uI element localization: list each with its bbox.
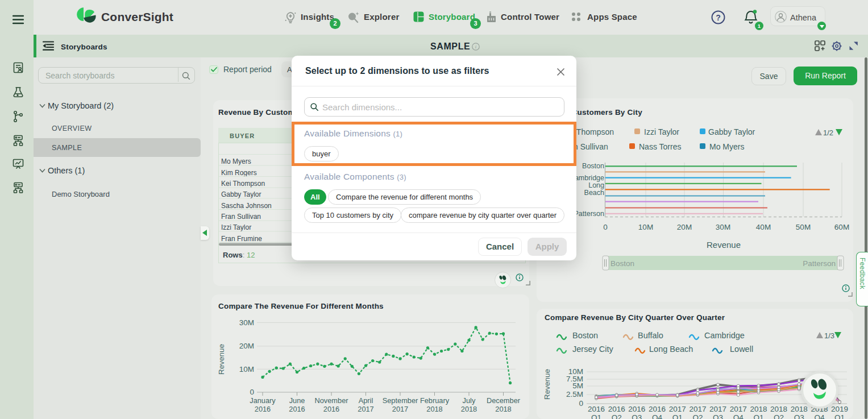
svg-text:?: ? (716, 13, 721, 22)
svg-text:Buffalo: Buffalo (638, 331, 663, 340)
svg-text:Jersey City: Jersey City (572, 345, 613, 354)
svg-text:Q1: Q1 (591, 413, 601, 419)
svg-text:1/2: 1/2 (823, 128, 833, 137)
svg-text:December: December (487, 396, 521, 405)
svg-text:Lowell: Lowell (730, 345, 753, 354)
svg-text:Long Beach: Long Beach (649, 345, 693, 354)
svg-text:February: February (420, 396, 450, 405)
svg-text:Mo Myers: Mo Myers (709, 142, 744, 151)
svg-text:Q4: Q4 (814, 413, 825, 419)
svg-text:Nass Torres: Nass Torres (639, 142, 681, 151)
svg-text:2016: 2016 (255, 405, 271, 413)
svg-text:2016: 2016 (628, 405, 645, 413)
svg-text:January: January (250, 396, 276, 405)
svg-text:10M: 10M (638, 223, 653, 231)
svg-text:2017: 2017 (669, 405, 686, 413)
svg-text:2018: 2018 (495, 405, 511, 413)
svg-text:2018: 2018 (791, 405, 808, 413)
svg-text:Izzi Taylor: Izzi Taylor (644, 127, 679, 136)
svg-text:2017: 2017 (730, 405, 747, 413)
svg-text:Q4: Q4 (733, 413, 744, 419)
svg-text:Patterson: Patterson (803, 259, 836, 268)
svg-text:2017: 2017 (392, 405, 408, 413)
svg-text:Q2: Q2 (612, 413, 622, 419)
svg-text:20M: 20M (677, 223, 692, 231)
svg-text:Gabby Taylor: Gabby Taylor (708, 127, 755, 136)
svg-text:Q1: Q1 (834, 413, 845, 419)
svg-text:November: November (314, 396, 348, 405)
svg-text:2017: 2017 (709, 405, 726, 413)
svg-text:Long: Long (588, 181, 604, 189)
svg-text:30M: 30M (239, 318, 254, 327)
svg-text:20M: 20M (239, 342, 254, 350)
svg-text:Q1: Q1 (753, 413, 763, 419)
svg-text:September: September (383, 396, 418, 405)
svg-text:2016: 2016 (608, 405, 625, 413)
svg-text:July: July (463, 396, 476, 405)
svg-text:Q2: Q2 (692, 413, 703, 419)
svg-text:2018: 2018 (770, 405, 787, 413)
svg-text:0: 0 (579, 399, 583, 408)
svg-text:Boston: Boston (582, 162, 604, 170)
svg-text:Q3: Q3 (632, 413, 642, 419)
svg-text:40M: 40M (756, 223, 771, 231)
svg-text:Beach: Beach (584, 189, 604, 197)
svg-text:2018: 2018 (461, 405, 477, 413)
svg-text:Q3: Q3 (713, 413, 723, 419)
svg-text:10M: 10M (239, 365, 254, 374)
svg-text:5M: 5M (572, 381, 583, 390)
svg-text:2016: 2016 (588, 405, 605, 413)
svg-text:30M: 30M (716, 223, 730, 231)
svg-text:2016: 2016 (289, 405, 305, 413)
svg-text:Q4: Q4 (652, 413, 663, 419)
svg-text:2018: 2018 (750, 405, 767, 413)
svg-text:Q3: Q3 (794, 413, 804, 419)
svg-text:i: i (475, 44, 477, 49)
svg-text:2016: 2016 (649, 405, 666, 413)
svg-text:Boston: Boston (610, 259, 634, 268)
svg-text:2016: 2016 (323, 405, 339, 413)
svg-text:Revenue: Revenue (543, 369, 551, 400)
svg-text:2019: 2019 (831, 405, 848, 413)
svg-text:Cambridge: Cambridge (704, 331, 745, 340)
svg-text:Q2: Q2 (774, 413, 784, 419)
svg-text:Boston: Boston (572, 331, 598, 340)
svg-text:June: June (289, 396, 305, 405)
svg-text:April: April (359, 396, 373, 405)
svg-text:0: 0 (603, 223, 608, 231)
svg-text:2017: 2017 (689, 405, 706, 413)
svg-text:60M: 60M (834, 223, 849, 231)
svg-text:2.5M: 2.5M (566, 390, 583, 399)
svg-text:50M: 50M (796, 223, 811, 231)
svg-text:Q1: Q1 (672, 413, 683, 419)
svg-text:0: 0 (250, 388, 254, 396)
svg-text:2017: 2017 (358, 405, 373, 413)
svg-text:Revenue: Revenue (707, 240, 741, 250)
svg-text:Revenue: Revenue (217, 344, 226, 375)
svg-text:1/3: 1/3 (824, 331, 834, 340)
svg-text:Patterson: Patterson (574, 210, 604, 218)
svg-text:2018: 2018 (426, 405, 442, 413)
